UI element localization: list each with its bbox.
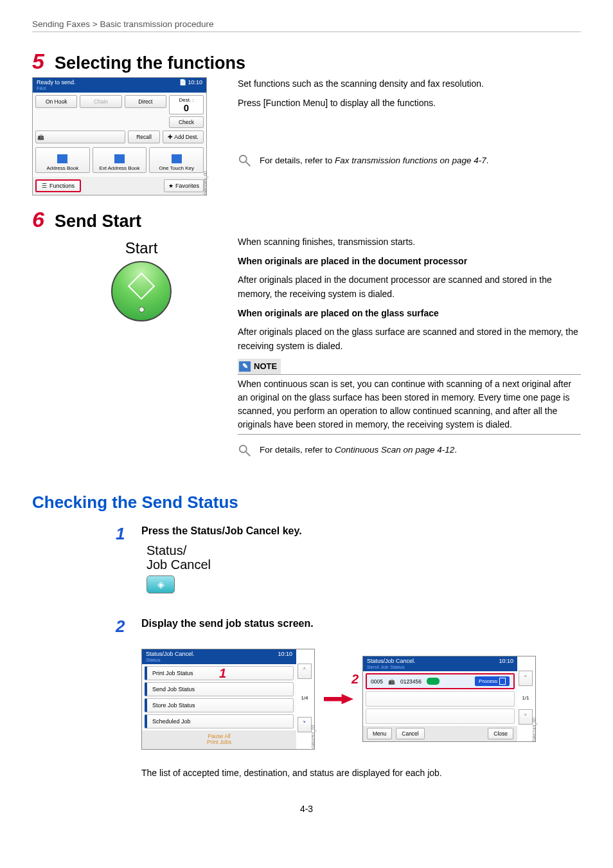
figure-ref: GB0069_00 — [203, 171, 208, 195]
callout-1: 1 — [219, 666, 226, 681]
step-5-title: Selecting the functions — [55, 53, 245, 73]
destination-field[interactable]: 📠 — [35, 131, 125, 143]
chevron-up-icon: ˄ — [303, 667, 306, 675]
job-number: 0005 — [371, 678, 383, 685]
note-body: When continuous scan is set, you can con… — [238, 374, 581, 435]
list-item[interactable]: Scheduled Job — [145, 714, 294, 728]
step5-desc-1: Set functions such as the scanning densi… — [238, 77, 581, 91]
cancel-button[interactable]: Cancel — [396, 728, 424, 739]
clock: 10:10 — [188, 79, 202, 86]
sb-title: Status/Job Cancel. — [367, 658, 416, 664]
list-icon: ☰ — [42, 183, 47, 189]
job-row-empty — [366, 691, 515, 707]
menu-button[interactable]: Menu — [367, 728, 392, 739]
figure-ref: GB0743_00 — [532, 718, 537, 741]
step6-p2: After originals placed in the document p… — [238, 273, 581, 301]
divider — [32, 32, 581, 32]
page-number: 4-3 — [32, 804, 581, 814]
svg-line-3 — [246, 452, 250, 456]
step-6-number: 6 — [32, 208, 44, 230]
note-icon: ✎ — [239, 361, 251, 372]
step5-desc-2: Press [Function Menu] to display all the… — [238, 96, 581, 111]
pause-all-button[interactable]: Pause AllPrint Jobs — [200, 732, 238, 747]
substep-2-title: Display the send job status screen. — [141, 618, 314, 629]
led-icon — [139, 307, 145, 312]
sa-title: Status/Job Cancel. — [146, 651, 195, 657]
send-job-status-screen: 2 Status/Job Cancel. Send Job Status 10:… — [362, 656, 536, 742]
page-indicator: 1/4 — [298, 679, 312, 717]
address-book-tab[interactable]: Address Book — [35, 147, 90, 173]
start-key[interactable] — [111, 261, 172, 321]
diamond-icon — [128, 273, 155, 300]
job-row-empty — [366, 709, 515, 724]
favorites-button[interactable]: ★Favorites — [164, 179, 204, 192]
status-key-label: Status/Job Cancel — [147, 543, 581, 572]
magnify-icon — [238, 444, 252, 458]
list-item[interactable]: Store Job Status — [145, 698, 294, 712]
section-heading: Checking the Send Status — [32, 493, 581, 512]
job-destination: 0123456 — [400, 678, 422, 685]
fax-ready-screen: Ready to send. FAX 📄10:10 On Hook Chain … — [32, 77, 207, 195]
substep-1-number: 1 — [116, 525, 132, 606]
job-row[interactable]: 0005 📠 0123456 Process — [366, 673, 515, 689]
breadcrumb: Sending Faxes > Basic transmission proce… — [32, 19, 581, 29]
status-menu-screen: Status/Job Cancel. Status 10:10 Print Jo… — [141, 649, 315, 750]
functions-button[interactable]: ☰Functions — [35, 179, 81, 192]
step-5-number: 5 — [32, 50, 44, 72]
step6-h2: When originals are placed on the glass s… — [238, 307, 581, 321]
step6-h1: When originals are placed in the documen… — [238, 255, 581, 269]
on-hook-button[interactable]: On Hook — [35, 95, 77, 108]
note-box: ✎NOTE When continuous scan is set, you c… — [238, 359, 581, 435]
svg-point-0 — [240, 156, 247, 163]
check-button[interactable]: Check — [169, 116, 204, 128]
screens-caption: The list of accepted time, destination, … — [141, 768, 581, 778]
chevron-down-icon: ˅ — [524, 713, 528, 721]
page-indicator: 1/1 — [519, 686, 533, 709]
dest-counter: Dest. : 0 — [169, 95, 204, 114]
substep-2-number: 2 — [116, 618, 132, 636]
scroll-up-button[interactable]: ˄ — [519, 671, 533, 686]
sa-time: 10:10 — [278, 651, 292, 663]
chain-button[interactable]: Chain — [80, 95, 121, 108]
fax-icon: 📠 — [388, 678, 395, 685]
step6-p3: After originals placed on the glass surf… — [238, 325, 581, 353]
step6-p1: When scanning finishes, transmission sta… — [238, 235, 581, 249]
chevron-down-icon: ˅ — [303, 720, 306, 728]
start-key-label: Start — [58, 239, 225, 257]
sb-sub: Send Job Status — [367, 664, 416, 670]
add-dest-button[interactable]: ✚ Add Dest. — [163, 131, 204, 143]
substep-1-title: Press the Status/Job Cancel key. — [141, 525, 581, 537]
step-6-title: Send Start — [55, 212, 141, 231]
close-button[interactable]: Close — [488, 728, 513, 739]
recall-button[interactable]: Recall — [128, 131, 160, 143]
dest-count: 0 — [171, 103, 202, 113]
arrow-right-icon — [324, 694, 353, 704]
star-icon: ★ — [168, 183, 173, 189]
step6-reference: For details, refer to Continuous Scan on… — [260, 444, 457, 457]
direct-button[interactable]: Direct — [125, 95, 166, 108]
phone-icon — [427, 678, 440, 685]
ready-text: Ready to send. — [37, 79, 76, 86]
scroll-up-button[interactable]: ˄ — [298, 664, 312, 679]
chevron-up-icon: ˄ — [524, 674, 528, 683]
status-job-cancel-key[interactable]: ◈ — [147, 575, 175, 593]
sb-time: 10:10 — [499, 658, 513, 670]
step5-reference: For details, refer to Fax transmission f… — [260, 154, 488, 168]
figure-ref: GB0052_02 — [311, 725, 315, 748]
scroll-down-button[interactable]: ˅ — [298, 717, 312, 732]
note-label: NOTE — [254, 360, 277, 373]
list-item[interactable]: Send Job Status — [145, 682, 294, 696]
status-icon: ◈ — [157, 579, 164, 590]
ext-address-book-tab[interactable]: Ext Address Book — [93, 147, 147, 173]
svg-point-2 — [240, 446, 247, 453]
scroll-down-button[interactable]: ˅ — [519, 709, 533, 725]
mode-label: FAX — [37, 86, 76, 91]
svg-line-1 — [246, 162, 250, 166]
one-touch-key-tab[interactable]: One Touch Key — [149, 147, 204, 173]
sa-sub: Status — [146, 657, 195, 663]
callout-2: 2 — [351, 672, 359, 687]
magnify-icon — [238, 154, 252, 168]
process-badge: Process — [475, 676, 510, 686]
